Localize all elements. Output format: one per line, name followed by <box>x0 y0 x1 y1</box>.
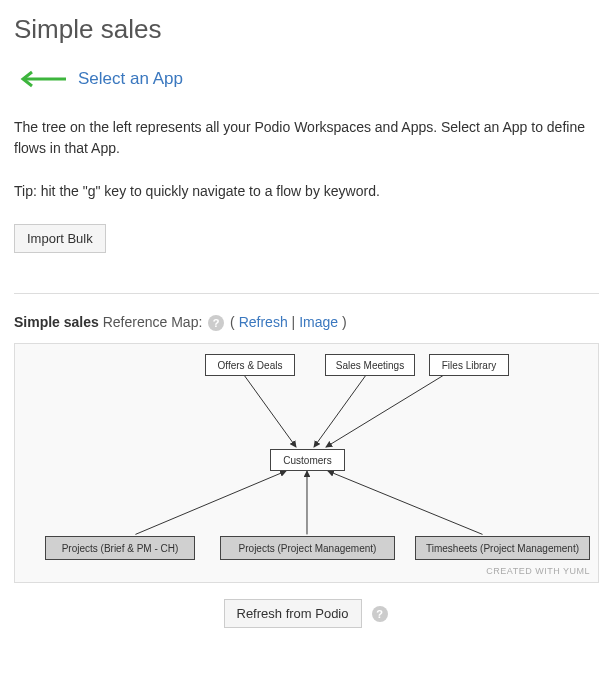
diagram-node: Projects (Brief & PM - CH) <box>45 536 195 560</box>
section-divider <box>14 293 599 294</box>
refmap-paren-close: ) <box>338 314 347 330</box>
svg-line-1 <box>245 376 297 447</box>
image-link[interactable]: Image <box>299 314 338 330</box>
svg-line-4 <box>135 471 286 534</box>
tip-text: Tip: hit the "g" key to quickly navigate… <box>14 181 599 202</box>
help-icon[interactable]: ? <box>208 315 224 331</box>
import-bulk-button[interactable]: Import Bulk <box>14 224 106 253</box>
reference-map-diagram: Offers & Deals Sales Meetings Files Libr… <box>14 343 599 583</box>
refmap-title-prefix: Simple sales <box>14 314 99 330</box>
refresh-row: Refresh from Podio ? <box>14 599 599 628</box>
refmap-paren-open: ( <box>230 314 239 330</box>
select-app-row: Select an App <box>20 69 599 89</box>
diagram-node-center: Customers <box>270 449 345 471</box>
svg-line-2 <box>314 376 366 447</box>
intro-text: The tree on the left represents all your… <box>14 117 599 159</box>
diagram-node: Offers & Deals <box>205 354 295 376</box>
svg-line-6 <box>328 471 483 534</box>
page-title: Simple sales <box>14 14 599 45</box>
diagram-node: Sales Meetings <box>325 354 415 376</box>
refresh-link[interactable]: Refresh <box>239 314 288 330</box>
diagram-node: Projects (Project Management) <box>220 536 395 560</box>
arrow-left-icon <box>20 70 68 88</box>
svg-line-3 <box>326 376 443 447</box>
diagram-node: Timesheets (Project Management) <box>415 536 590 560</box>
help-icon[interactable]: ? <box>372 606 388 622</box>
diagram-credit: CREATED WITH YUML <box>486 566 590 576</box>
refresh-from-podio-button[interactable]: Refresh from Podio <box>224 599 362 628</box>
select-app-link[interactable]: Select an App <box>78 69 183 89</box>
diagram-node: Files Library <box>429 354 509 376</box>
refmap-separator: | <box>288 314 299 330</box>
refmap-title-suffix: Reference Map: <box>103 314 203 330</box>
refmap-header: Simple sales Reference Map: ? ( Refresh … <box>14 314 599 331</box>
